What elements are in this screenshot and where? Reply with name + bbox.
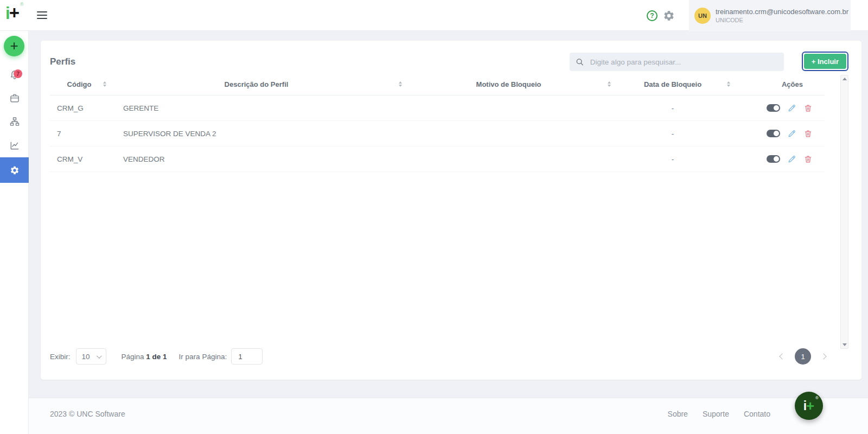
pager: 1	[780, 348, 826, 365]
search-icon	[576, 58, 584, 67]
scroll-up-icon[interactable]	[843, 78, 847, 80]
goto-page-label: Ir para Página:	[179, 353, 227, 361]
next-page-icon[interactable]	[820, 353, 826, 359]
sort-icon	[103, 81, 106, 87]
page-size-select[interactable]: 10	[76, 348, 106, 365]
user-info: treinamento.crm@unicodesoftware.com.br U…	[716, 8, 848, 23]
app-logo[interactable]: i+®	[5, 4, 23, 22]
cell-descricao: SUPERVISOR DE VENDA 2	[108, 130, 404, 138]
edit-icon[interactable]	[787, 104, 796, 113]
search-box	[570, 53, 784, 71]
user-company: UNICODE	[716, 17, 848, 23]
cell-acoes	[732, 155, 825, 164]
goto-page-input[interactable]	[231, 348, 263, 365]
column-header-acoes: Ações	[732, 73, 825, 95]
sidebar: + 7	[0, 31, 29, 434]
perfis-card: Perfis + Incluir Código Descrição do Per…	[41, 41, 861, 380]
sidebar-item-hierarchy[interactable]	[0, 111, 29, 132]
page-size-label: Exibir:	[50, 353, 71, 361]
footer-link-suporte[interactable]: Suporte	[703, 410, 729, 418]
include-button-focus-ring: + Incluir	[802, 52, 848, 71]
current-page-button[interactable]: 1	[795, 348, 811, 365]
cell-descricao: VENDEDOR	[108, 155, 404, 163]
table-row: CRM_G GERENTE -	[50, 95, 825, 121]
pagination-controls: Exibir: 10 Página 1 de 1 Ir para Página:	[50, 348, 263, 365]
cell-codigo: CRM_G	[50, 104, 108, 112]
cell-codigo: CRM_V	[50, 155, 108, 163]
footer: 2023 © UNC Software Sobre Suporte Contat…	[0, 398, 868, 434]
cell-data-bloqueio: -	[613, 104, 732, 112]
column-header-motivo[interactable]: Motivo de Bloqueio	[404, 73, 613, 95]
cell-data-bloqueio: -	[613, 155, 732, 163]
sidebar-item-settings-active[interactable]	[0, 157, 29, 183]
column-header-data[interactable]: Data de Bloqueio	[613, 73, 732, 95]
sort-icon	[727, 81, 730, 87]
settings-icon[interactable]	[663, 10, 675, 22]
page-info: Página 1 de 1	[122, 353, 167, 361]
footer-link-sobre[interactable]: Sobre	[668, 410, 688, 418]
delete-icon[interactable]	[803, 104, 813, 113]
active-toggle[interactable]	[767, 104, 780, 112]
cell-codigo: 7	[50, 130, 108, 138]
footer-links: Sobre Suporte Contato	[668, 410, 770, 418]
user-email: treinamento.crm@unicodesoftware.com.br	[716, 8, 848, 16]
main-content: Perfis + Incluir Código Descrição do Per…	[29, 31, 868, 398]
menu-toggle-icon[interactable]	[37, 11, 47, 21]
delete-icon[interactable]	[803, 129, 813, 138]
previous-page-icon[interactable]	[779, 353, 785, 359]
cell-acoes	[732, 129, 825, 138]
avatar: UN	[694, 8, 711, 24]
search-input[interactable]	[589, 58, 778, 67]
cell-descricao: GERENTE	[108, 104, 404, 112]
column-header-codigo[interactable]: Código	[50, 73, 108, 95]
registered-mark: ®	[20, 2, 24, 7]
logo-plus: +	[9, 3, 20, 23]
edit-icon[interactable]	[787, 155, 796, 164]
sidebar-item-reports[interactable]	[0, 135, 29, 156]
fab-logo-plus: +	[806, 399, 814, 413]
active-toggle[interactable]	[767, 130, 780, 137]
quick-add-button[interactable]: +	[4, 36, 24, 56]
chevron-down-icon	[96, 353, 101, 359]
help-icon[interactable]: ?	[647, 10, 658, 21]
sort-icon	[608, 81, 611, 87]
brand-fab-button[interactable]: i+ ®	[795, 392, 823, 420]
topbar: i+® ? UN treinamento.crm@unicodesoftware…	[0, 0, 868, 31]
table-row: CRM_V VENDEDOR -	[50, 146, 825, 172]
footer-link-contato[interactable]: Contato	[744, 410, 770, 418]
notification-badge: 7	[14, 69, 22, 78]
active-toggle[interactable]	[767, 155, 780, 163]
sort-icon	[399, 81, 402, 87]
include-button[interactable]: + Incluir	[804, 54, 846, 69]
column-header-descricao[interactable]: Descrição do Perfil	[108, 73, 404, 95]
table-row: 7 SUPERVISOR DE VENDA 2 -	[50, 121, 825, 146]
edit-icon[interactable]	[787, 129, 796, 138]
table-body: CRM_G GERENTE - 7 SUPERVISOR DE VENDA 2	[50, 95, 825, 172]
fab-registered-mark: ®	[815, 396, 819, 400]
page-title: Perfis	[50, 56, 75, 67]
table-header: Código Descrição do Perfil Motivo de Blo…	[50, 73, 825, 95]
delete-icon[interactable]	[803, 155, 813, 164]
user-menu[interactable]: UN treinamento.crm@unicodesoftware.com.b…	[689, 0, 851, 31]
cell-acoes	[732, 104, 825, 113]
sidebar-item-briefcase[interactable]	[0, 87, 29, 109]
cell-data-bloqueio: -	[613, 130, 732, 138]
copyright-text: 2023 © UNC Software	[50, 410, 125, 418]
table-scrollbar[interactable]	[840, 75, 848, 349]
scroll-down-icon[interactable]	[843, 343, 847, 346]
